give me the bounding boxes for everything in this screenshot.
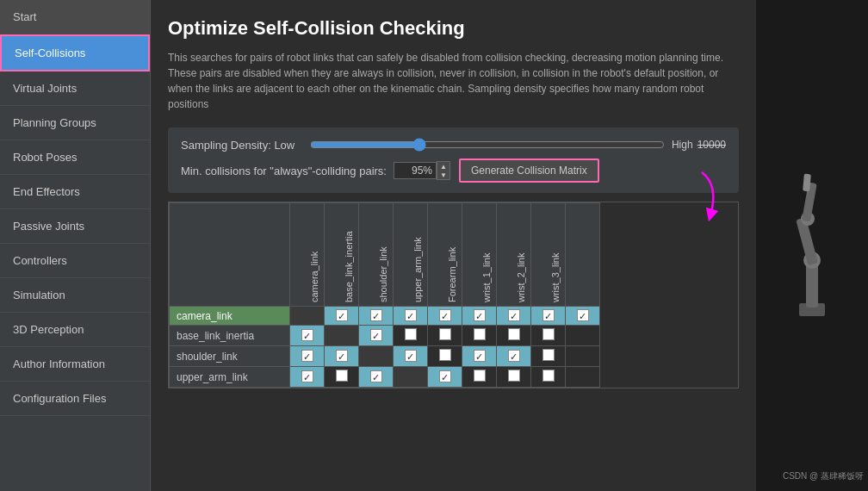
watermark: CSDN @ 蒸肆稀饭呀 (783, 470, 864, 482)
sampling-density-slider[interactable] (310, 138, 665, 152)
cell[interactable] (566, 367, 600, 388)
table-row: shoulder_link ✓ ✓ ✓ ✓ ✓ (170, 346, 600, 367)
col-header-wrist-1-link: wrist_1_link (462, 203, 497, 307)
robot-svg (769, 157, 855, 329)
checkbox-checked: ✓ (474, 309, 486, 321)
cell[interactable] (531, 326, 566, 346)
cell[interactable] (428, 346, 462, 367)
checkbox-unchecked (474, 370, 486, 382)
page-description: This searches for pairs of robot links t… (168, 50, 739, 112)
sidebar-item-self-collisions[interactable]: Self-Collisions (0, 34, 150, 71)
row-label-base-link-inertia: base_link_inertia (170, 326, 290, 346)
main-content: Optimize Self-Collision Checking This se… (151, 0, 756, 491)
cell[interactable] (290, 307, 325, 326)
cell[interactable]: ✓ (290, 326, 325, 346)
checkbox-unchecked (542, 328, 555, 340)
cell[interactable] (531, 346, 566, 367)
cell[interactable] (462, 367, 497, 388)
cell[interactable] (325, 326, 359, 346)
cell[interactable]: ✓ (462, 346, 497, 367)
checkbox-unchecked (439, 328, 451, 340)
col-header-wrist-2-link: wrist_2_link (497, 203, 531, 307)
spinner-down-button[interactable]: ▼ (437, 171, 450, 179)
min-collisions-row: Min. collisions for "always"-colliding p… (181, 158, 726, 183)
checkbox-checked: ✓ (336, 350, 348, 362)
sidebar-item-simulation[interactable]: Simulation (0, 278, 150, 313)
cell[interactable]: ✓ (566, 307, 600, 326)
table-row: upper_arm_link ✓ ✓ ✓ (170, 367, 600, 388)
sidebar-item-virtual-joints[interactable]: Virtual Joints (0, 71, 150, 106)
checkbox-checked: ✓ (439, 370, 451, 382)
checkbox-checked: ✓ (405, 309, 417, 321)
row-label-camera-link: camera_link (170, 307, 290, 326)
cell[interactable] (531, 367, 566, 388)
collision-matrix-table: camera_link base_link_inertia shoulder_l… (169, 202, 600, 388)
sidebar-item-3d-perception[interactable]: 3D Perception (0, 313, 150, 347)
cell[interactable]: ✓ (394, 346, 428, 367)
checkbox-checked: ✓ (370, 370, 382, 382)
sidebar-item-author-information[interactable]: Author Information (0, 347, 150, 382)
checkbox-unchecked (474, 328, 486, 340)
controls-section: Sampling Density: Low High 10000 Min. co… (168, 127, 739, 193)
spinner-arrows: ▲ ▼ (437, 161, 450, 180)
slider-container: High 10000 (303, 138, 726, 152)
cell[interactable]: ✓ (497, 307, 531, 326)
cell[interactable] (462, 326, 497, 346)
cell[interactable]: ✓ (497, 346, 531, 367)
checkbox-checked: ✓ (301, 329, 313, 341)
sampling-label: Sampling Density: Low (181, 139, 294, 152)
min-collisions-label: Min. collisions for "always"-colliding p… (181, 165, 387, 177)
cell[interactable]: ✓ (325, 346, 359, 367)
sidebar-item-passive-joints[interactable]: Passive Joints (0, 209, 150, 244)
cell[interactable]: ✓ (428, 307, 462, 326)
spinner-up-button[interactable]: ▲ (437, 162, 450, 171)
cell[interactable] (394, 326, 428, 346)
checkbox-checked: ✓ (370, 329, 382, 341)
cell[interactable] (566, 346, 600, 367)
cell[interactable] (325, 367, 359, 388)
cell[interactable]: ✓ (359, 367, 394, 388)
col-header-forearm-link: Forearm_link (428, 203, 462, 307)
checkbox-checked: ✓ (370, 309, 382, 321)
cell[interactable] (497, 326, 531, 346)
checkbox-unchecked (542, 370, 555, 382)
sidebar-item-planning-groups[interactable]: Planning Groups (0, 106, 150, 140)
sampling-row: Sampling Density: Low High 10000 (181, 138, 726, 152)
row-label-upper-arm-link: upper_arm_link (170, 367, 290, 388)
sidebar-item-end-effectors[interactable]: End Effectors (0, 175, 150, 209)
collision-table-section[interactable]: camera_link base_link_inertia shoulder_l… (168, 202, 739, 388)
cell[interactable] (566, 326, 600, 346)
sidebar-item-robot-poses[interactable]: Robot Poses (0, 140, 150, 175)
cell[interactable] (497, 367, 531, 388)
slider-high-label: High (672, 139, 693, 151)
cell[interactable]: ✓ (394, 307, 428, 326)
cell[interactable]: ✓ (325, 307, 359, 326)
cell[interactable]: ✓ (359, 307, 394, 326)
cell[interactable]: ✓ (290, 367, 325, 388)
cell[interactable] (394, 367, 428, 388)
min-collisions-input[interactable] (394, 162, 437, 179)
cell[interactable]: ✓ (531, 307, 566, 326)
sidebar: Start Self-Collisions Virtual Joints Pla… (0, 0, 151, 491)
sidebar-item-start[interactable]: Start (0, 0, 150, 34)
slider-value: 10000 (698, 139, 726, 151)
cell[interactable] (359, 346, 394, 367)
generate-collision-matrix-button[interactable]: Generate Collision Matrix (459, 158, 599, 183)
checkbox-checked: ✓ (336, 309, 348, 321)
cell[interactable] (428, 326, 462, 346)
checkbox-unchecked (336, 370, 348, 382)
row-label-shoulder-link: shoulder_link (170, 346, 290, 367)
cell[interactable]: ✓ (359, 326, 394, 346)
checkbox-checked: ✓ (439, 309, 451, 321)
table-row: camera_link ✓ ✓ ✓ ✓ ✓ ✓ ✓ ✓ (170, 307, 600, 326)
sidebar-item-controllers[interactable]: Controllers (0, 244, 150, 278)
robot-visualization (769, 157, 855, 335)
cell[interactable]: ✓ (462, 307, 497, 326)
checkbox-checked: ✓ (474, 350, 486, 362)
cell[interactable]: ✓ (290, 346, 325, 367)
checkbox-unchecked (439, 349, 451, 361)
checkbox-unchecked (508, 328, 520, 340)
cell[interactable]: ✓ (428, 367, 462, 388)
col-header-base-link-inertia: base_link_inertia (325, 203, 359, 307)
sidebar-item-configuration-files[interactable]: Configuration Files (0, 382, 150, 416)
